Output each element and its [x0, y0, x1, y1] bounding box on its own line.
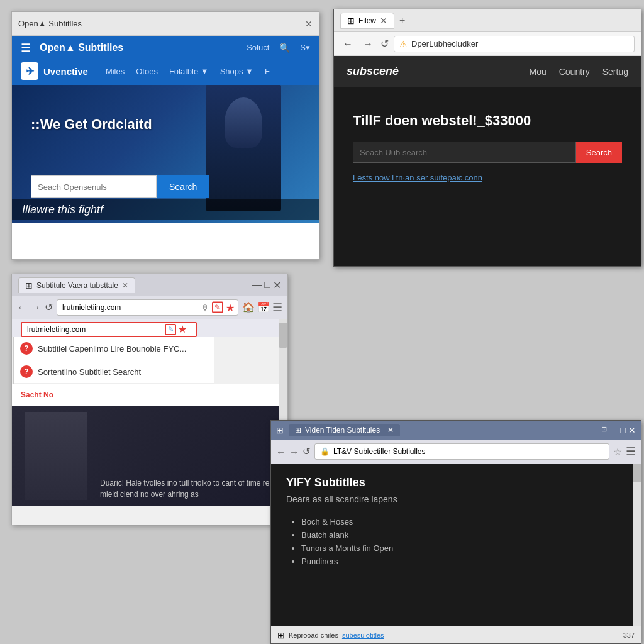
win3-forward[interactable]: →: [31, 302, 41, 313]
win4-subtext: Deara as all scandire lapens: [286, 494, 626, 504]
win2-tab-title: Filew: [358, 16, 376, 25]
win3-section-label: Sacht No: [12, 384, 287, 406]
win4-maximize[interactable]: □: [621, 425, 626, 435]
win1-search-button[interactable]: Search: [157, 175, 209, 198]
win3-tab[interactable]: ⊞ Subtitule Vaera tubsttale ✕: [18, 277, 135, 293]
win4-minimize[interactable]: —: [609, 425, 618, 435]
win3-url-area: ✎ ★: [12, 319, 287, 337]
win3-tab-close[interactable]: ✕: [122, 281, 128, 290]
win1-nav-miles[interactable]: Miles: [106, 67, 125, 76]
win1-search-bar: Search: [31, 175, 209, 198]
forward-icon[interactable]: →: [360, 37, 375, 51]
win2-learn-more-link[interactable]: Lests now l tn·an ser suitepaic conn: [353, 173, 482, 182]
win1-search-input[interactable]: [31, 175, 157, 198]
hamburger-icon[interactable]: ☰: [21, 41, 31, 55]
win3-hero-text: Duaric! Hale tvolles ino tull triolko to…: [100, 477, 281, 500]
win4-back[interactable]: ←: [276, 447, 286, 457]
win2-nav-sertug[interactable]: Sertug: [602, 67, 628, 77]
win3-mic-icon[interactable]: 🎙: [201, 303, 209, 312]
win4-footer-ext: 337: [623, 631, 635, 639]
win4-forward[interactable]: →: [289, 447, 299, 457]
win1-logo-area: ✈ Uvenctive Miles Otoes Folatble ▼ Shops…: [12, 60, 319, 85]
win4-url-box[interactable]: 🔒 LT&V Sublectiller Subtiulles: [314, 443, 609, 460]
win3-winclose[interactable]: ✕: [273, 279, 281, 291]
win3-tab-icon: ⊞: [25, 280, 33, 291]
win4-refresh[interactable]: ↺: [303, 446, 311, 457]
win1-nav-otoes[interactable]: Otoes: [136, 67, 158, 76]
win3-url-star[interactable]: ★: [178, 323, 187, 335]
titlebar-1: Open▲ Subtitlles ✕: [12, 12, 319, 36]
win3-dropdown-item-1[interactable]: ? Subtitlei Capeniimo Lire Bounoble FYC.…: [14, 337, 214, 360]
win1-sub-nav: Miles Otoes Folatble ▼ Shops ▼ F: [106, 67, 270, 76]
win2-search-row: Search: [353, 142, 622, 163]
win4-content: YIFY Subtitlles Deara as all scandire la…: [271, 464, 641, 643]
win2-nav-country[interactable]: Country: [559, 67, 590, 77]
win3-dropdown-item-2[interactable]: ? Sortentlino Subtitllet Searcht: [14, 360, 214, 384]
win3-maximize[interactable]: □: [264, 279, 270, 291]
win2-brand: subscené: [347, 65, 399, 78]
win2-content: TillF doen webstel!_$33000 Search Lests …: [334, 87, 641, 208]
refresh-icon[interactable]: ↺: [380, 38, 389, 50]
win4-pip[interactable]: ⊡: [601, 425, 607, 435]
win3-url-icons: 🎙 ✎ ★: [201, 301, 235, 313]
win2-url-box[interactable]: ⚠ DperLubhecludker: [394, 36, 635, 52]
win4-bookmark-icon[interactable]: ☆: [613, 446, 622, 458]
win4-close[interactable]: ✕: [628, 425, 636, 435]
win2-navlinks: Mou Country Sertug: [529, 67, 628, 77]
win4-lock-icon: 🔒: [320, 447, 330, 456]
win4-controls: ⊡ — □ ✕: [601, 425, 636, 435]
win3-edit-icon[interactable]: ✎: [212, 302, 223, 313]
win1-nav-shops[interactable]: Shops ▼: [220, 67, 253, 76]
win2-search-button[interactable]: Search: [576, 142, 622, 163]
win4-titlebar: ⊞ ⊞ Viden Tiden Subtitules ✕ ⊡ — □ ✕: [271, 421, 641, 440]
win3-url-edit-icon[interactable]: ✎: [165, 324, 176, 335]
win4-tab-title: Viden Tiden Subtitules: [305, 426, 380, 435]
win2-site-header: subscené Mou Country Sertug: [334, 56, 641, 87]
win1-nav-solution[interactable]: Soluct: [247, 43, 269, 53]
win1-nav-sa[interactable]: S▾: [300, 43, 310, 53]
win3-calendar-icon[interactable]: 📅: [257, 301, 270, 313]
window-firefox: ⊞ Subtitule Vaera tubsttale ✕ — □ ✕ ← → …: [11, 274, 288, 525]
win3-url-wrapper: 🎙 ✎ ★: [57, 299, 238, 316]
win3-menu-icon[interactable]: ☰: [272, 301, 282, 314]
win3-home-icon[interactable]: 🏠: [242, 301, 255, 313]
warning-icon: ⚠: [399, 39, 408, 49]
win3-titlebar: ⊞ Subtitule Vaera tubsttale ✕ — □ ✕: [12, 274, 287, 296]
win4-footer-link[interactable]: subesulotitles: [342, 631, 384, 639]
win2-search-input[interactable]: [353, 142, 576, 163]
win1-bottom-text: Illawre this fightf: [12, 199, 319, 220]
win4-scrollbar-thumb[interactable]: [633, 464, 641, 482]
tab-grid-icon: ⊞: [347, 16, 355, 26]
win4-scrollbar[interactable]: [633, 464, 641, 643]
win2-tab[interactable]: ⊞ Filew ✕: [340, 13, 394, 29]
win3-item2-text: Sortentlino Subtitllet Searcht: [38, 367, 141, 377]
win2-nav-mou[interactable]: Mou: [529, 67, 546, 77]
win3-hero-figure: [25, 412, 87, 500]
win4-list-item-1: Boch & Hoses: [301, 517, 626, 526]
win2-tab-close[interactable]: ✕: [380, 16, 387, 26]
win1-nav-f[interactable]: F: [265, 67, 270, 76]
win4-title-icon: ⊞: [276, 425, 284, 435]
win1-nav-folatble[interactable]: Folatble ▼: [169, 67, 209, 76]
win4-tab-close[interactable]: ✕: [387, 426, 394, 435]
win1-hero-headline: ::We Get Ordclaitd: [31, 116, 152, 133]
win4-menu-icon[interactable]: ☰: [626, 445, 636, 458]
win1-close[interactable]: ✕: [305, 19, 313, 29]
search-icon[interactable]: 🔍: [279, 43, 290, 53]
win1-logo-text: Uvenctive: [43, 66, 88, 77]
win1-title: Open▲ Subtitlles: [18, 19, 305, 28]
win3-scrollbar-thumb[interactable]: [279, 323, 287, 348]
win1-nav-links: Soluct 🔍 S▾: [247, 43, 310, 53]
back-icon[interactable]: ←: [340, 37, 355, 51]
win2-chromebar: ⊞ Filew ✕ +: [334, 9, 641, 32]
win3-minimize[interactable]: —: [252, 279, 262, 291]
win3-refresh[interactable]: ↺: [45, 301, 53, 313]
win4-tab[interactable]: ⊞ Viden Tiden Subtitules ✕: [289, 424, 400, 436]
win3-back[interactable]: ←: [17, 302, 27, 313]
win3-toolbar-icons: 🏠 📅 ☰: [242, 301, 282, 314]
win4-list-item-2: Buatch alank: [301, 530, 626, 540]
win1-logo-icon: ✈: [21, 62, 38, 80]
window-opensubtitles: Open▲ Subtitlles ✕ ☰ Open▲ Subtitlles So…: [11, 11, 319, 260]
win2-new-tab[interactable]: +: [399, 15, 405, 26]
win3-star-icon[interactable]: ★: [226, 301, 235, 313]
